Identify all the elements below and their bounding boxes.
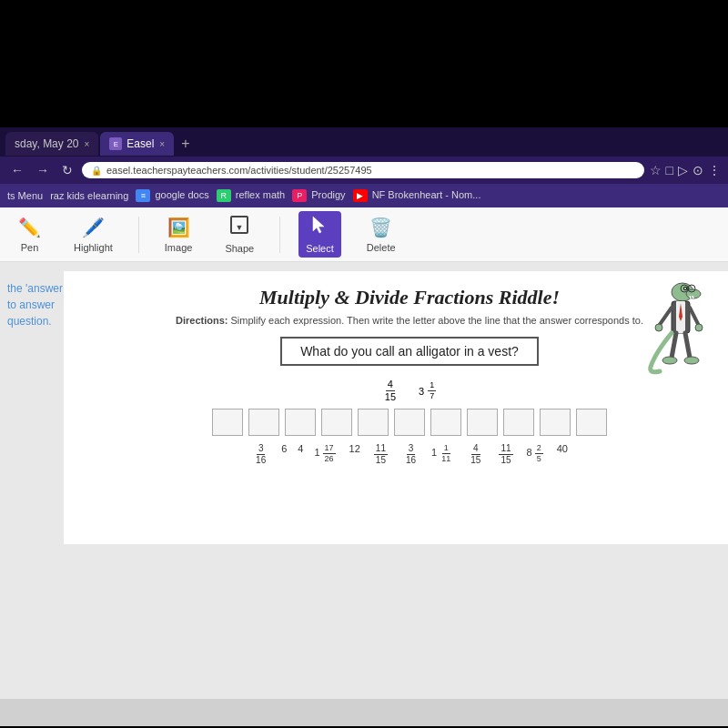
num-11: 8 2 5 <box>527 443 546 466</box>
alligator-svg <box>646 276 710 385</box>
bookmarks-bar: ts Menu raz kids elearning ≡ google docs… <box>0 184 728 207</box>
nav-back-button[interactable]: ← <box>7 161 27 179</box>
main-content: the 'answer to answer question. Multiply… <box>0 262 728 726</box>
answer-box-2 <box>248 409 279 436</box>
youtube-icon: ▶ <box>353 189 368 202</box>
highlight-icon: 🖊️ <box>82 217 105 238</box>
worksheet-title: Multiply & Divide Fractions Riddle! <box>82 286 728 309</box>
answer-box-4 <box>321 409 352 436</box>
extensions-icon[interactable]: □ <box>666 163 673 177</box>
answer-box-1 <box>212 409 243 436</box>
sidebar-line-3: question. <box>7 313 63 329</box>
select-icon <box>309 215 329 239</box>
menu-icon[interactable]: ⋮ <box>708 163 721 177</box>
svg-line-19 <box>672 333 676 358</box>
svg-point-21 <box>662 357 677 364</box>
sidebar-text: the 'answer to answer question. <box>7 280 63 329</box>
num-2: 6 <box>281 443 287 466</box>
nav-refresh-button[interactable]: ↻ <box>58 161 76 179</box>
highlight-tool[interactable]: 🖊️ Highlight <box>66 213 120 257</box>
top-black-area <box>0 0 728 127</box>
riddle-box: What do you call an alligator in a vest? <box>280 337 539 366</box>
svg-point-22 <box>684 357 699 364</box>
image-icon: 🖼️ <box>167 217 190 238</box>
answer-box-7 <box>430 409 461 436</box>
shape-icon: ▼ <box>229 215 249 239</box>
svg-line-16 <box>690 308 699 326</box>
select-label: Select <box>306 243 334 254</box>
directions-label: Directions: <box>176 315 228 326</box>
docs-icon: ≡ <box>136 189 150 202</box>
delete-label: Delete <box>367 242 396 253</box>
profile-icon[interactable]: ⊙ <box>693 163 703 177</box>
svg-line-11 <box>693 296 693 298</box>
svg-marker-2 <box>313 217 324 233</box>
num-6: 11 15 <box>371 443 390 466</box>
select-tool[interactable]: Select <box>298 211 341 258</box>
answer-box-10 <box>540 409 571 436</box>
riddle-question: What do you call an alligator in a vest? <box>300 344 519 359</box>
lock-icon: 🔒 <box>91 166 102 176</box>
bookmark-docs[interactable]: ≡ google docs <box>136 189 208 202</box>
active-tab-close[interactable]: × <box>159 139 165 149</box>
svg-point-18 <box>695 324 703 331</box>
toolbar: ✏️ Pen 🖊️ Highlight 🖼️ Image ▼ Shape Sel… <box>0 207 728 262</box>
star-icon[interactable]: ☆ <box>650 163 662 177</box>
bottom-gray-strip <box>0 699 728 726</box>
mixed-number-1: 3 1 7 <box>419 379 439 403</box>
address-text: easel.teacherspayteachers.com/activities… <box>106 165 372 176</box>
sidebar-line-2: to answer <box>7 297 63 313</box>
active-tab[interactable]: E Easel × <box>100 132 174 156</box>
address-bar[interactable]: 🔒 easel.teacherspayteachers.com/activiti… <box>82 162 644 178</box>
num-8: 1 1 11 <box>431 443 455 466</box>
cast-icon[interactable]: ▷ <box>678 163 688 177</box>
prodigy-icon: P <box>292 189 307 202</box>
bookmark-reflex[interactable]: R reflex math <box>217 189 285 202</box>
alligator-figure <box>646 276 710 389</box>
worksheet-content: Multiply & Divide Fractions Riddle! Dire… <box>64 271 728 544</box>
image-label: Image <box>165 242 193 253</box>
num-5: 12 <box>349 443 360 466</box>
answer-box-8 <box>467 409 498 436</box>
tab-bar: sday, May 20 × E Easel × + <box>0 127 728 157</box>
directions-text: Simplify each expression. Then write the… <box>231 315 644 326</box>
worksheet-directions: Directions: Simplify each expression. Th… <box>82 315 728 326</box>
answer-box-9 <box>503 409 534 436</box>
answer-box-3 <box>285 409 316 436</box>
bookmark-youtube[interactable]: ▶ NF Brokenheart - Nom... <box>353 189 481 202</box>
answer-boxes-row <box>82 409 728 436</box>
answer-box-6 <box>394 409 425 436</box>
num-4: 1 17 26 <box>314 443 338 466</box>
highlight-label: Highlight <box>74 242 113 253</box>
num-3: 4 <box>298 443 303 466</box>
reflex-icon: R <box>217 189 231 202</box>
browser-chrome: sday, May 20 × E Easel × + ← → ↻ 🔒 easel… <box>0 127 728 207</box>
svg-line-10 <box>690 296 691 298</box>
svg-line-20 <box>685 333 690 358</box>
inactive-tab[interactable]: sday, May 20 × <box>5 132 98 156</box>
nav-forward-button[interactable]: → <box>33 161 53 179</box>
answer-box-11 <box>576 409 607 436</box>
new-tab-button[interactable]: + <box>176 136 195 152</box>
active-tab-label: Easel <box>126 137 154 150</box>
shape-tool[interactable]: ▼ Shape <box>217 211 261 258</box>
numbers-row: 3 16 6 4 1 17 26 12 11 15 3 <box>82 443 728 466</box>
pen-icon: ✏️ <box>18 217 41 238</box>
delete-tool[interactable]: 🗑️ Delete <box>359 213 403 257</box>
fractions-row: 4 15 3 1 7 <box>82 379 728 403</box>
shape-label: Shape <box>225 243 254 254</box>
active-tab-icon: E <box>109 137 122 150</box>
svg-point-6 <box>684 288 686 289</box>
sidebar-line-1: the 'answer <box>7 280 63 297</box>
bookmark-prodigy[interactable]: P Prodigy <box>292 189 345 202</box>
bookmark-raz[interactable]: raz kids elearning <box>50 190 128 201</box>
pen-tool[interactable]: ✏️ Pen <box>11 213 48 257</box>
toolbar-divider-1 <box>138 217 139 253</box>
image-tool[interactable]: 🖼️ Image <box>157 213 200 257</box>
num-10: 11 15 <box>496 443 515 466</box>
fraction-1: 4 15 <box>383 379 398 403</box>
bookmark-menu[interactable]: ts Menu <box>7 190 43 201</box>
inactive-tab-close[interactable]: × <box>84 139 89 149</box>
answer-box-5 <box>358 409 389 436</box>
num-12: 40 <box>557 443 568 466</box>
